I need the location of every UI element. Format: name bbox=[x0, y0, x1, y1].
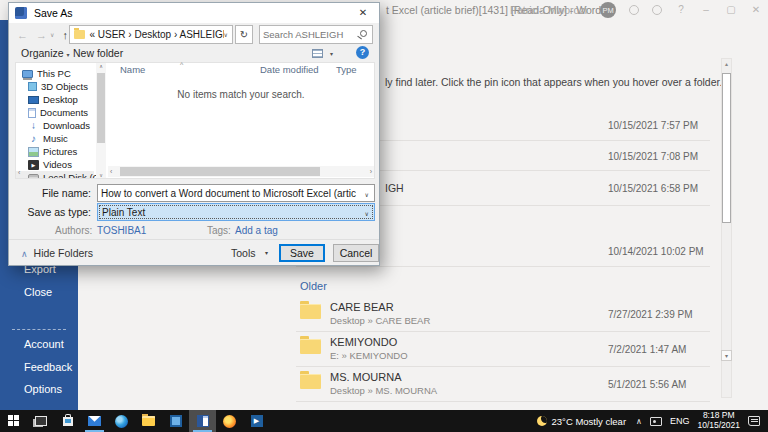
nav-item-videos[interactable]: ▶Videos bbox=[28, 158, 72, 171]
scroll-down-icon[interactable]: ∨ bbox=[96, 172, 106, 178]
save-as-type-combo[interactable]: Plain Text ∨ bbox=[97, 203, 375, 221]
nav-item-3d-objects[interactable]: 3D Objects bbox=[28, 80, 88, 93]
folder-path: Desktop » MS. MOURNA bbox=[330, 385, 437, 396]
dialog-close-icon[interactable]: ✕ bbox=[349, 3, 377, 22]
edge-button[interactable] bbox=[108, 410, 135, 432]
store-button[interactable] bbox=[54, 410, 81, 432]
address-dropdown-icon[interactable]: ∨ bbox=[224, 31, 228, 38]
content-scrollbar[interactable]: ▴ bbox=[721, 58, 732, 398]
sidebar-item-options[interactable]: Options bbox=[24, 383, 62, 395]
nav-item-music[interactable]: ♪Music bbox=[28, 132, 68, 145]
photos-button[interactable] bbox=[162, 410, 189, 432]
nav-item-downloads[interactable]: ↑Downloads bbox=[28, 119, 90, 132]
scroll-right-icon[interactable]: › bbox=[370, 168, 372, 175]
windows-logo-icon bbox=[8, 415, 20, 427]
movies-button[interactable]: ▶ bbox=[243, 410, 270, 432]
nav-item-pictures[interactable]: Pictures bbox=[28, 145, 77, 158]
search-box[interactable] bbox=[259, 25, 373, 44]
folder-name[interactable]: CARE BEAR bbox=[330, 301, 394, 313]
recent-folder-date: 10/15/2021 7:08 PM bbox=[608, 151, 698, 162]
recent-folder-name-fragment[interactable]: IGH bbox=[385, 182, 404, 194]
save-as-type-dropdown-icon[interactable]: ∨ bbox=[365, 210, 369, 217]
close-icon[interactable]: ✕ bbox=[750, 0, 762, 20]
nav-item-documents[interactable]: Documents bbox=[28, 106, 88, 119]
touch-keyboard-icon[interactable] bbox=[650, 417, 662, 426]
search-icon bbox=[360, 30, 367, 37]
store-icon bbox=[63, 417, 73, 426]
language-indicator[interactable]: ENG bbox=[670, 416, 690, 426]
action-center-icon[interactable] bbox=[748, 416, 760, 426]
up-icon[interactable]: ↑ bbox=[62, 29, 68, 41]
tools-button[interactable]: Tools bbox=[231, 247, 256, 259]
folder-name[interactable]: KEMIYONDO bbox=[330, 336, 397, 348]
start-button[interactable] bbox=[0, 410, 27, 432]
change-view-icon[interactable] bbox=[312, 49, 323, 58]
help-icon[interactable]: ? bbox=[356, 46, 369, 59]
nav-hscroll-left-icon[interactable]: ‹ bbox=[18, 169, 20, 176]
breadcrumb[interactable]: « USER › Desktop › ASHLEIGH bbox=[89, 29, 223, 40]
scrollbar-thumb[interactable] bbox=[120, 167, 320, 176]
scroll-left-icon[interactable]: ‹ bbox=[110, 168, 112, 175]
dialog-titlebar[interactable]: Save As ✕ bbox=[9, 3, 379, 23]
scrollbar-thumb[interactable] bbox=[722, 73, 731, 223]
dialog-navigation-bar: ← → ∨ ↑ « USER › Desktop › ASHLEIGH ∨ ↻ bbox=[9, 25, 379, 44]
mail-button[interactable] bbox=[81, 410, 108, 432]
forward-icon[interactable]: → bbox=[36, 29, 47, 41]
add-a-tag-link[interactable]: Add a tag bbox=[235, 225, 278, 236]
refresh-icon[interactable]: ↻ bbox=[235, 25, 253, 44]
dialog-body: This PC 3D Objects Desktop Documents ↑Do… bbox=[15, 62, 375, 179]
file-name-combo[interactable]: ∨ bbox=[97, 184, 375, 202]
column-type[interactable]: Type bbox=[336, 64, 357, 75]
column-date-modified[interactable]: Date modified bbox=[260, 64, 319, 75]
help-icon[interactable]: ? bbox=[675, 0, 687, 20]
cancel-button[interactable]: Cancel bbox=[333, 244, 379, 262]
save-button[interactable]: Save bbox=[279, 244, 325, 262]
address-bar[interactable]: « USER › Desktop › ASHLEIGH ∨ bbox=[69, 25, 233, 44]
nav-item-this-pc[interactable]: This PC bbox=[22, 67, 71, 80]
sidebar-item-close[interactable]: Close bbox=[24, 286, 52, 298]
weather-moon-icon[interactable] bbox=[537, 416, 547, 426]
save-as-type-row: Save as type: Plain Text ∨ bbox=[9, 203, 379, 221]
avatar[interactable]: PM bbox=[600, 2, 616, 18]
firefox-button[interactable] bbox=[216, 410, 243, 432]
tools-dropdown-icon[interactable]: ▾ bbox=[265, 249, 268, 256]
organize-button[interactable]: Organize ▾ bbox=[21, 47, 70, 59]
scroll-up-icon[interactable]: ∧ bbox=[96, 63, 106, 69]
sidebar-item-account[interactable]: Account bbox=[24, 338, 64, 350]
empty-list-message: No items match your search. bbox=[108, 89, 374, 100]
column-name[interactable]: Name bbox=[120, 64, 145, 75]
authors-value[interactable]: TOSHIBA1 bbox=[97, 225, 146, 236]
save-as-dialog: Save As ✕ ← → ∨ ↑ « USER › Desktop › ASH… bbox=[8, 2, 380, 266]
file-explorer-button[interactable] bbox=[135, 410, 162, 432]
metadata-row: Authors: TOSHIBA1 Tags: Add a tag bbox=[9, 225, 379, 239]
feedback-frown-icon[interactable] bbox=[652, 5, 662, 15]
folder-name[interactable]: MS. MOURNA bbox=[330, 371, 402, 383]
history-dropdown-icon[interactable]: ∨ bbox=[50, 31, 54, 38]
picture-icon bbox=[28, 147, 39, 157]
show-hidden-icons-button[interactable]: ∧ bbox=[636, 417, 642, 426]
hide-folders-button[interactable]: ∧Hide Folders bbox=[21, 247, 93, 259]
clock[interactable]: 8:18 PM10/15/2021 bbox=[697, 411, 740, 431]
nav-pane-scrollbar[interactable]: ∧ ∨ bbox=[96, 63, 106, 178]
task-view-button[interactable] bbox=[27, 410, 54, 432]
minimize-icon[interactable]: – bbox=[700, 0, 712, 20]
search-input[interactable] bbox=[263, 27, 357, 42]
view-dropdown-icon[interactable]: ▾ bbox=[330, 50, 333, 57]
scrollbar-thumb[interactable] bbox=[97, 73, 105, 143]
restore-icon[interactable]: ▢ bbox=[725, 0, 737, 20]
word-button[interactable] bbox=[189, 410, 216, 432]
file-list-hscrollbar[interactable]: ‹ › bbox=[108, 166, 374, 177]
sidebar-item-feedback[interactable]: Feedback bbox=[24, 361, 72, 373]
scroll-up-icon[interactable]: ▴ bbox=[722, 60, 731, 67]
file-name-dropdown-icon[interactable]: ∨ bbox=[365, 191, 369, 198]
nav-item-local-disk[interactable]: Local Disk (C:) bbox=[16, 171, 94, 178]
feedback-smile-icon[interactable] bbox=[629, 5, 639, 15]
scroll-down-icon[interactable]: ▾ bbox=[721, 350, 732, 361]
nav-item-desktop[interactable]: Desktop bbox=[28, 93, 78, 106]
weather-text[interactable]: 23°C Mostly clear bbox=[552, 416, 627, 427]
row-divider bbox=[296, 401, 710, 402]
back-icon[interactable]: ← bbox=[17, 29, 28, 41]
file-name-input[interactable] bbox=[101, 186, 356, 200]
new-folder-button[interactable]: New folder bbox=[73, 47, 123, 59]
sidebar-divider bbox=[12, 329, 66, 330]
